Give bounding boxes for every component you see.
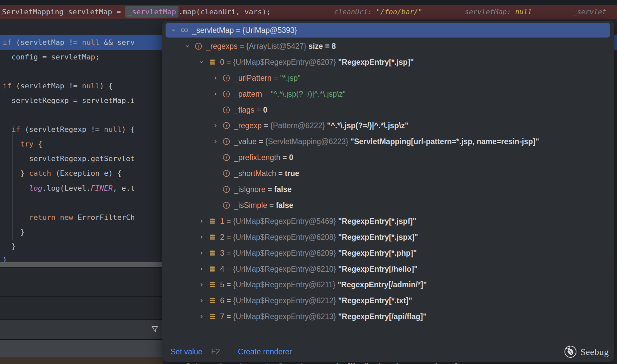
chevron-right-icon[interactable]	[199, 250, 204, 256]
svg-text:f: f	[226, 108, 228, 113]
inline-hint: servletMap: null	[465, 5, 532, 19]
svg-text:f: f	[226, 139, 228, 144]
variable-row-selected[interactable]: _servletMap = {UrlMap@5393}	[162, 22, 614, 38]
svg-text:f: f	[226, 155, 228, 160]
text-segment: (servletMap !=	[12, 82, 82, 90]
chevron-spacer	[213, 155, 218, 160]
variable-row[interactable]: 7 = {UrlMap$RegexpEntry@6213} "RegexpEnt…	[162, 309, 614, 324]
variable-row[interactable]: f_shortMatch = true	[162, 165, 614, 181]
chevron-down-icon[interactable]	[171, 28, 176, 33]
svg-text:f: f	[198, 44, 200, 49]
variable-row[interactable]: f_isIgnore = false	[162, 181, 614, 197]
variable-text: 7 = {UrlMap$RegexpEntry@6213} "RegexpEnt…	[220, 312, 427, 321]
set-value-shortcut: F2	[211, 347, 220, 356]
variable-text: _pattern = "^.*\.jsp(?=/)|^.*\.jsp\z"	[234, 90, 345, 99]
breakpoint-code-line[interactable]: ServletMapping servletMap = _servletMap.…	[2, 5, 271, 19]
variable-text: 6 = {UrlMap$RegexpEntry@6212} "RegexpEnt…	[220, 296, 412, 305]
text-segment: null	[82, 38, 99, 46]
variable-row[interactable]: f_regexps = {ArrayList@5427} size = 8	[162, 38, 614, 54]
variable-text: 3 = {UrlMap$RegexpEntry@6209} "RegexpEnt…	[220, 249, 417, 258]
variable-row[interactable]: f_pattern = "^.*\.jsp(?=/)|^.*\.jsp\z"	[162, 86, 614, 102]
chevron-right-icon[interactable]	[213, 91, 218, 97]
text-segment: servletRegexp = servletMap.i	[3, 96, 135, 105]
variable-text: 5 = {UrlMap$RegexpEntry@6211} "RegexpEnt…	[220, 280, 427, 289]
variable-row[interactable]: f_isSimple = false	[162, 197, 614, 213]
chevron-down-icon[interactable]	[185, 44, 190, 49]
chevron-right-icon[interactable]	[213, 75, 218, 81]
ide-debugger-screen: ServletMapping servletMap = _servletMap.…	[0, 0, 617, 364]
chevron-spacer	[213, 203, 218, 208]
text-segment[interactable]: _servletMap	[125, 6, 179, 18]
text-segment: if	[3, 38, 12, 46]
text-segment	[56, 213, 60, 222]
array-element-icon	[208, 265, 217, 273]
text-segment: && serv	[99, 38, 135, 46]
filter-icon[interactable]	[150, 324, 160, 334]
svg-text:f: f	[226, 123, 228, 128]
svg-text:f: f	[226, 92, 228, 97]
text-segment: ServletMapping servletMap =	[2, 8, 125, 16]
text-segment: FINER	[91, 184, 113, 192]
variable-row[interactable]: f_flags = 0	[162, 102, 614, 118]
variable-text: _isSimple = false	[234, 201, 293, 210]
field-icon: f	[222, 185, 231, 194]
text-segment: .map(cleanUri, vars);	[179, 8, 271, 16]
variable-row[interactable]: 6 = {UrlMap$RegexpEntry@6212} "RegexpEnt…	[162, 293, 614, 309]
variable-row[interactable]: f_prefixLength = 0	[162, 149, 614, 165]
indent-guide	[21, 148, 21, 229]
set-value-button[interactable]: Set value	[171, 347, 202, 356]
text-segment: (servletRegexp !=	[20, 125, 104, 134]
variable-row[interactable]: 5 = {UrlMap$RegexpEntry@6211} "RegexpEnt…	[162, 277, 614, 293]
text-segment: }	[3, 169, 29, 177]
chevron-right-icon[interactable]	[199, 314, 204, 319]
chevron-right-icon[interactable]	[199, 266, 204, 272]
text-segment: {	[34, 140, 43, 148]
chevron-right-icon[interactable]	[199, 298, 204, 303]
status-strip	[0, 357, 163, 364]
array-element-icon	[208, 296, 217, 305]
text-segment: }	[3, 242, 16, 250]
variable-row[interactable]: f_urlPattern = "*.jsp"	[162, 70, 614, 86]
variable-text: _regexp = {Pattern@6222} "^.*\.jsp(?=/)|…	[234, 121, 409, 130]
indent-guide	[12, 133, 13, 240]
variable-row[interactable]: 2 = {UrlMap$RegexpEntry@6208} "RegexpEnt…	[162, 229, 614, 245]
chevron-right-icon[interactable]	[199, 219, 204, 224]
seebug-logo-text: Seebug	[580, 347, 609, 357]
variable-row[interactable]: 3 = {UrlMap$RegexpEntry@6209} "RegexpEnt…	[162, 245, 614, 261]
variable-row[interactable]: f_regexp = {Pattern@6222} "^.*\.jsp(?=/)…	[162, 118, 614, 134]
chevron-right-icon[interactable]	[213, 123, 218, 128]
array-element-icon	[208, 58, 217, 66]
variable-text: _urlPattern = "*.jsp"	[234, 74, 301, 83]
indent-guide	[4, 50, 4, 253]
watch-result-icon	[180, 26, 189, 35]
variable-row[interactable]: 0 = {UrlMap$RegexpEntry@6207} "RegexpEnt…	[162, 54, 614, 70]
chevron-right-icon[interactable]	[213, 139, 218, 144]
variable-text: _shortMatch = true	[234, 169, 299, 178]
create-renderer-button[interactable]: Create renderer	[238, 347, 292, 356]
svg-text:f: f	[226, 187, 228, 192]
field-icon: f	[222, 201, 231, 210]
field-icon: f	[222, 106, 231, 114]
variable-text: _prefixLength = 0	[234, 153, 293, 162]
chevron-right-icon[interactable]	[199, 234, 204, 240]
variable-text: 1 = {UrlMap$RegexpEntry@5469} "RegexpEnt…	[220, 217, 416, 226]
field-icon: f	[222, 121, 231, 130]
text-segment: , e.t	[113, 184, 135, 192]
inline-hint: cleanUri: "/foo/bar/"	[334, 5, 423, 19]
svg-text:f: f	[226, 76, 228, 81]
chevron-spacer	[213, 107, 218, 113]
svg-text:f: f	[226, 171, 228, 176]
field-icon: f	[222, 74, 231, 82]
variable-row[interactable]: f_value = {ServletMapping@6223} "Servlet…	[162, 134, 614, 149]
variable-row[interactable]: 1 = {UrlMap$RegexpEntry@5469} "RegexpEnt…	[162, 213, 614, 229]
field-icon: f	[222, 153, 231, 162]
seebug-watermark: Seebug	[563, 344, 609, 360]
editor-top-strip	[0, 0, 617, 5]
chevron-down-icon[interactable]	[199, 59, 204, 65]
chevron-right-icon[interactable]	[199, 282, 204, 287]
text-segment	[3, 184, 29, 192]
field-icon: f	[222, 169, 231, 178]
variable-row[interactable]: 4 = {UrlMap$RegexpEntry@6210} "RegexpEnt…	[162, 261, 614, 277]
tool-panel	[0, 297, 163, 319]
panel-divider-bar[interactable]	[0, 262, 163, 268]
